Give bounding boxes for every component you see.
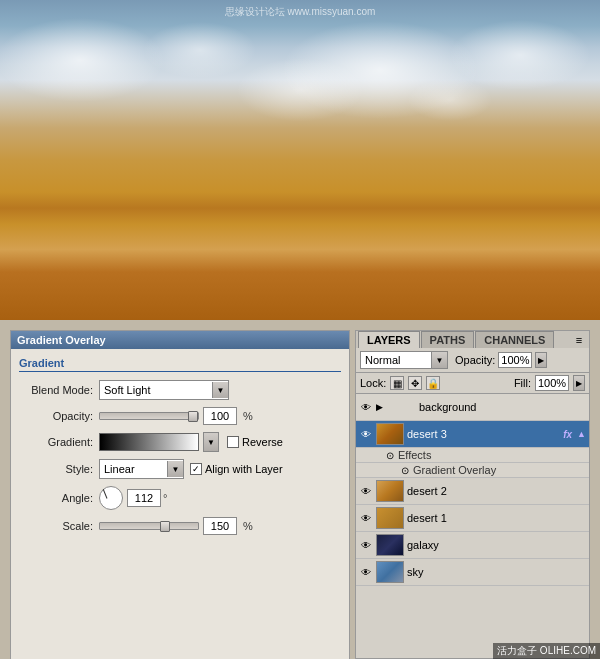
gradient-label: Gradient: — [19, 436, 99, 448]
align-checkbox[interactable]: ✓ — [190, 463, 202, 475]
dialog-body: Gradient Blend Mode: Soft Light ▼ Opacit… — [11, 349, 349, 550]
layer-thumb-background — [388, 396, 416, 418]
layers-lock-row: Lock: ▦ ✥ 🔒 Fill: ▶ — [356, 373, 589, 394]
layers-blend-value: Normal — [361, 354, 431, 366]
angle-input[interactable] — [127, 489, 161, 507]
scale-input[interactable] — [203, 517, 237, 535]
blend-mode-arrow[interactable]: ▼ — [212, 382, 228, 398]
scale-slider[interactable] — [99, 522, 199, 530]
angle-unit: ° — [163, 492, 167, 504]
scale-thumb[interactable] — [160, 521, 170, 532]
reverse-checkbox[interactable] — [227, 436, 239, 448]
reverse-label: Reverse — [242, 436, 283, 448]
fill-stepper-up[interactable]: ▶ — [573, 375, 585, 391]
blend-mode-control: Soft Light ▼ — [99, 380, 341, 400]
opacity-row: Opacity: % — [19, 407, 341, 425]
fx-badge-desert3: fx — [563, 429, 572, 440]
layers-blend-select[interactable]: Normal ▼ — [360, 351, 448, 369]
layer-row-desert1[interactable]: 👁 desert 1 — [356, 505, 589, 532]
scale-control: % — [99, 517, 341, 535]
layer-name-desert2: desert 2 — [407, 485, 586, 497]
layers-opacity-input[interactable] — [498, 352, 532, 368]
style-control: Linear ▼ ✓ Align with Layer — [99, 459, 341, 479]
sub-effect-row-effects[interactable]: ⊙ Effects — [356, 448, 589, 463]
canvas-area: 思缘设计论坛 www.missyuan.com — [0, 0, 600, 320]
layer-row-desert2[interactable]: 👁 desert 2 — [356, 478, 589, 505]
layer-name-sky: sky — [407, 566, 586, 578]
opacity-input[interactable] — [203, 407, 237, 425]
gradient-dropdown[interactable]: ▼ — [203, 432, 219, 452]
blend-mode-label: Blend Mode: — [19, 384, 99, 396]
eye-icon-background[interactable]: 👁 — [359, 400, 373, 414]
fill-label: Fill: — [514, 377, 531, 389]
angle-label: Angle: — [19, 492, 99, 504]
dial-hand — [103, 489, 108, 499]
layers-tabs: LAYERS PATHS CHANNELS ≡ — [356, 331, 589, 348]
lock-move-icon[interactable]: ✥ — [408, 376, 422, 390]
opacity-thumb[interactable] — [188, 411, 198, 422]
opacity-control: % — [99, 407, 341, 425]
layer-row-galaxy[interactable]: 👁 galaxy — [356, 532, 589, 559]
tab-paths[interactable]: PATHS — [421, 331, 475, 348]
layer-list: 👁 ▶ background 👁 desert 3 fx ▲ ⊙ Effects… — [356, 394, 589, 658]
desert-scene — [0, 0, 600, 320]
layer-name-background: background — [419, 401, 586, 413]
opacity-slider-container: % — [99, 407, 253, 425]
tab-channels[interactable]: CHANNELS — [475, 331, 554, 348]
layer-thumb-sky — [376, 561, 404, 583]
panel-menu-icon[interactable]: ≡ — [571, 332, 587, 348]
style-label: Style: — [19, 463, 99, 475]
lock-label: Lock: — [360, 377, 386, 389]
layer-row-background[interactable]: 👁 ▶ background — [356, 394, 589, 421]
align-label: Align with Layer — [205, 463, 283, 475]
sub-sub-effect-gradient-overlay[interactable]: ⊙ Gradient Overlay — [356, 463, 589, 478]
effect-name-gradient-overlay: Gradient Overlay — [413, 464, 496, 476]
footer-watermark: 活力盒子 OLIHE.COM — [493, 643, 600, 659]
opacity-label: Opacity: — [19, 410, 99, 422]
style-dropdown-arrow[interactable]: ▼ — [167, 461, 183, 477]
lock-all-icon[interactable]: 🔒 — [426, 376, 440, 390]
reverse-group: Reverse — [227, 436, 283, 448]
fx-arrow[interactable]: ▲ — [577, 429, 586, 439]
gradient-control: ▼ Reverse — [99, 432, 341, 452]
layer-thumb-desert1 — [376, 507, 404, 529]
gradient-preview[interactable] — [99, 433, 199, 451]
gradient-section-header: Gradient — [19, 357, 341, 372]
style-select[interactable]: Linear ▼ — [99, 459, 184, 479]
watermark-text: 思缘设计论坛 www.missyuan.com — [225, 5, 376, 19]
layers-panel: LAYERS PATHS CHANNELS ≡ Normal ▼ Opacity… — [355, 330, 590, 659]
scale-row: Scale: % — [19, 517, 341, 535]
angle-row: Angle: ° — [19, 486, 341, 510]
scale-label: Scale: — [19, 520, 99, 532]
eye-icon-desert2[interactable]: 👁 — [359, 484, 373, 498]
scale-unit: % — [243, 520, 253, 532]
layers-opacity-label: Opacity: — [455, 354, 495, 366]
effect-icon-gradient-overlay: ⊙ — [401, 465, 409, 476]
dialog-title: Gradient Overlay — [11, 331, 349, 349]
layer-name-desert1: desert 1 — [407, 512, 586, 524]
layer-row-desert3[interactable]: 👁 desert 3 fx ▲ — [356, 421, 589, 448]
eye-icon-sky[interactable]: 👁 — [359, 565, 373, 579]
layer-thumb-desert2 — [376, 480, 404, 502]
scale-slider-container: % — [99, 517, 253, 535]
opacity-slider[interactable] — [99, 412, 199, 420]
layer-row-sky[interactable]: 👁 sky — [356, 559, 589, 586]
eye-icon-desert3[interactable]: 👁 — [359, 427, 373, 441]
layer-name-galaxy: galaxy — [407, 539, 586, 551]
gradient-row: Gradient: ▼ Reverse — [19, 432, 341, 452]
angle-dial[interactable] — [99, 486, 123, 510]
fill-input[interactable] — [535, 375, 569, 391]
eye-icon-desert1[interactable]: 👁 — [359, 511, 373, 525]
eye-icon-galaxy[interactable]: 👁 — [359, 538, 373, 552]
blend-mode-row: Blend Mode: Soft Light ▼ — [19, 380, 341, 400]
opacity-unit: % — [243, 410, 253, 422]
blend-mode-value: Soft Light — [100, 384, 212, 396]
tab-layers[interactable]: LAYERS — [358, 331, 420, 348]
bottom-area: Gradient Overlay Gradient Blend Mode: So… — [0, 320, 600, 659]
layers-toolbar: Normal ▼ Opacity: ▶ — [356, 348, 589, 373]
opacity-stepper-up[interactable]: ▶ — [535, 352, 547, 368]
blend-mode-select[interactable]: Soft Light ▼ — [99, 380, 229, 400]
layers-blend-arrow[interactable]: ▼ — [431, 352, 447, 368]
group-arrow[interactable]: ▶ — [376, 402, 383, 412]
lock-pixels-icon[interactable]: ▦ — [390, 376, 404, 390]
